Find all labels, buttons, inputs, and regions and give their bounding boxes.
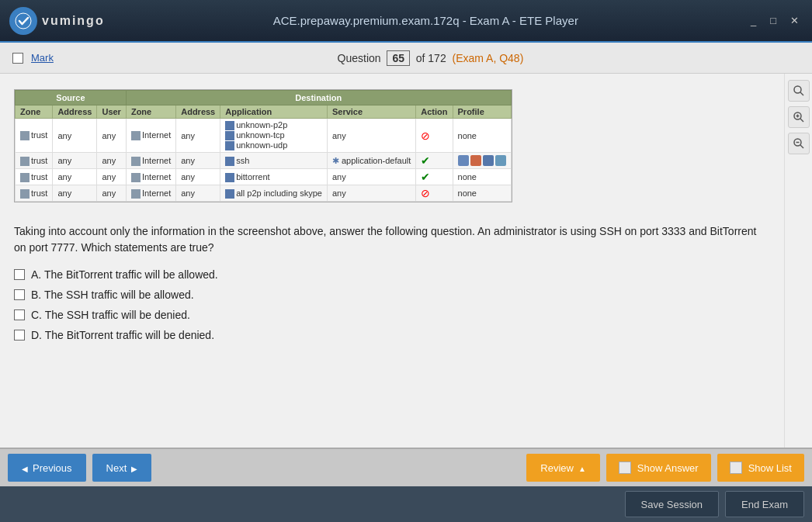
answer-option-c: C. The SSH traffic will be denied. (14, 309, 770, 321)
next-button[interactable]: Next (92, 454, 152, 482)
show-list-label: Show List (748, 462, 792, 474)
question-number: 65 (387, 50, 410, 66)
review-button[interactable]: Review (526, 454, 600, 482)
svg-point-1 (794, 86, 801, 93)
cell-service: any (327, 169, 415, 185)
logo-text: vumingo (42, 14, 105, 28)
answer-text-a: A. The BitTorrent traffic will be allowe… (31, 268, 218, 281)
answer-checkbox-b[interactable] (14, 289, 25, 300)
minimize-button[interactable]: _ (747, 13, 760, 28)
destination-header: Destination (126, 91, 511, 105)
answer-option-d: D. The BitTorrent traffic will be denied… (14, 329, 770, 341)
cell-service: any (327, 185, 415, 202)
title-bar: vumingo ACE.prepaway.premium.exam.172q -… (0, 0, 812, 43)
search-icon-button[interactable] (788, 80, 810, 102)
show-list-button[interactable]: Show List (717, 454, 804, 482)
table-row: trust any any Internet any ssh ✱ applica… (16, 153, 512, 169)
svg-line-8 (800, 145, 803, 148)
review-label: Review (540, 462, 574, 474)
cell-src-addr: any (53, 185, 97, 202)
cell-src-zone: trust (16, 185, 53, 202)
cell-action: ✔ (416, 169, 453, 185)
next-chevron-icon (131, 462, 137, 474)
exam-info: (Exam A, Q48) (452, 52, 523, 64)
next-label: Next (106, 462, 127, 474)
bottom-action-bar: Save Session End Exam (0, 486, 812, 522)
col-application: Application (220, 105, 328, 119)
right-icon-panel (784, 74, 812, 448)
answer-checkbox-a[interactable] (14, 269, 25, 280)
main-content: Source Destination Zone Address User Zon… (0, 74, 784, 448)
cell-profile: none (453, 119, 511, 153)
answer-checkbox-d[interactable] (14, 330, 25, 341)
cell-dst-addr: any (176, 119, 220, 153)
cell-action: ✔ (416, 153, 453, 169)
cell-src-zone: trust (16, 169, 53, 185)
previous-button[interactable]: Previous (8, 454, 86, 482)
cell-app: ssh (220, 153, 328, 169)
cell-action: ⊘ (416, 119, 453, 153)
answer-checkbox-c[interactable] (14, 309, 25, 320)
answer-options: A. The BitTorrent traffic will be allowe… (14, 268, 770, 341)
svg-line-2 (800, 92, 803, 95)
save-session-button[interactable]: Save Session (625, 491, 720, 517)
previous-chevron-icon (22, 462, 28, 474)
content-area: Source Destination Zone Address User Zon… (0, 74, 812, 448)
mark-label[interactable]: Mark (31, 52, 54, 64)
logo-area: vumingo (9, 7, 105, 35)
cell-action: ⊘ (416, 185, 453, 202)
zoom-in-icon-button[interactable] (788, 106, 810, 128)
cell-dst-addr: any (176, 153, 220, 169)
cell-src-user: any (97, 119, 126, 153)
cell-dst-zone: Internet (126, 185, 175, 202)
question-text: Taking into account only the information… (14, 223, 770, 256)
col-dst-zone: Zone (126, 105, 175, 119)
svg-line-4 (800, 119, 803, 122)
cell-src-zone: trust (16, 119, 53, 153)
cell-src-addr: any (53, 119, 97, 153)
screenshot-table-wrapper: Source Destination Zone Address User Zon… (14, 89, 512, 202)
cell-app: all p2p including skype (220, 185, 328, 202)
cell-src-addr: any (53, 153, 97, 169)
maximize-button[interactable]: □ (766, 13, 780, 28)
table-row: trust any any Internet any bittorrent an… (16, 169, 512, 185)
review-chevron-icon (578, 462, 586, 474)
question-label: Question (338, 52, 381, 64)
cell-dst-zone: Internet (126, 119, 175, 153)
cell-dst-zone: Internet (126, 153, 175, 169)
show-answer-checkbox-icon (619, 462, 631, 474)
show-answer-button[interactable]: Show Answer (606, 454, 711, 482)
show-answer-label: Show Answer (637, 462, 699, 474)
question-header: Mark Question 65 of 172 (Exam A, Q48) (0, 43, 812, 74)
cell-src-addr: any (53, 169, 97, 185)
answer-option-b: B. The SSH traffic will be allowed. (14, 289, 770, 301)
cell-app: unknown-p2p unknown-tcp unknown-udp (220, 119, 328, 153)
show-list-checkbox-icon (730, 462, 742, 474)
window-controls[interactable]: _ □ ✕ (747, 13, 803, 28)
cell-profile: none (453, 185, 511, 202)
col-src-zone: Zone (16, 105, 53, 119)
cell-profile: none (453, 169, 511, 185)
answer-text-d: D. The BitTorrent traffic will be denied… (31, 329, 214, 341)
zoom-out-icon-button[interactable] (788, 133, 810, 154)
cell-src-user: any (97, 153, 126, 169)
cell-profile (453, 153, 511, 169)
source-header: Source (16, 91, 127, 105)
cell-dst-addr: any (176, 169, 220, 185)
firewall-rules-table: Source Destination Zone Address User Zon… (15, 90, 512, 202)
question-number-area: Question 65 of 172 (Exam A, Q48) (61, 50, 800, 66)
table-row: trust any any Internet any unknown-p2p u… (16, 119, 512, 153)
col-src-addr: Address (53, 105, 97, 119)
svg-point-0 (16, 13, 31, 29)
cell-service: ✱ application-default (327, 153, 415, 169)
mark-checkbox[interactable] (12, 53, 23, 64)
col-service: Service (327, 105, 415, 119)
cell-src-zone: trust (16, 153, 53, 169)
answer-text-c: C. The SSH traffic will be denied. (31, 309, 190, 321)
cell-src-user: any (97, 169, 126, 185)
window-title: ACE.prepaway.premium.exam.172q - Exam A … (105, 14, 747, 27)
cell-src-user: any (97, 185, 126, 202)
close-button[interactable]: ✕ (786, 13, 803, 28)
col-action: Action (416, 105, 453, 119)
end-exam-button[interactable]: End Exam (725, 491, 804, 517)
